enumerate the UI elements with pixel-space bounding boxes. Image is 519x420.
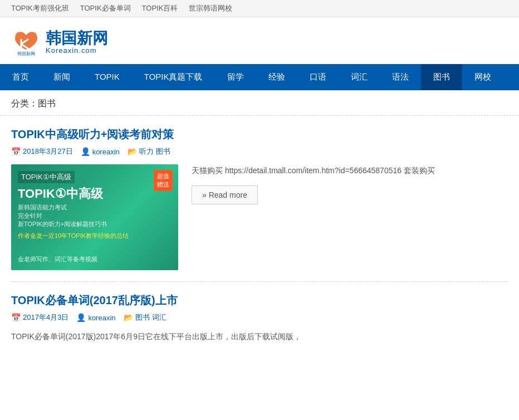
article-2-author-item: 👤 koreaxin: [76, 313, 115, 322]
calendar-icon-2: 📅: [11, 313, 21, 322]
book-big-title: TOPIK①中高级: [18, 187, 172, 201]
topbar-link-1[interactable]: TOPIK必备单词: [80, 3, 131, 13]
topbar-link-3[interactable]: 世宗韩语网校: [189, 3, 232, 13]
article-2-author[interactable]: koreaxin: [88, 314, 115, 322]
content-area: TOPIK中高级听力+阅读考前对策 📅 2018年3月27日 👤 koreaxi…: [0, 116, 519, 355]
article-1-cat-1[interactable]: 图书: [156, 146, 170, 157]
article-1-title[interactable]: TOPIK中高级听力+阅读考前对策: [11, 127, 508, 142]
category-icon-2: 📂: [124, 313, 133, 322]
top-bar: TOPIK考前强化班 TOPIK必备单词 TOPIK百科 世宗韩语网校: [0, 0, 519, 17]
nav-topik[interactable]: TOPIK: [82, 64, 132, 90]
article-2-date[interactable]: 2017年4月3日: [23, 312, 68, 323]
logo-text: 韩国新网 Koreaxin.com: [46, 31, 108, 55]
nav-speaking[interactable]: 口语: [297, 64, 339, 90]
nav-home[interactable]: 首页: [0, 64, 41, 90]
article-2-title[interactable]: TOPIK必备单词(2017乱序版)上市: [11, 293, 508, 308]
logo-area: 韩国新网 韩国新网 Koreaxin.com: [0, 17, 519, 64]
logo-icon: 韩国新网: [11, 27, 41, 57]
author-icon: 👤: [81, 147, 90, 156]
topbar-link-0[interactable]: TOPIK考前强化班: [11, 3, 69, 13]
article-2-excerpt: TOPIK必备单词(2017版)2017年6月9日它在线下平台出版上市，出版后下…: [11, 330, 508, 344]
nav-news[interactable]: 新闻: [41, 64, 82, 90]
article-2-meta: 📅 2017年4月3日 👤 koreaxin 📂 图书 词汇: [11, 312, 508, 323]
logo-sub-text: Koreaxin.com: [46, 46, 108, 55]
article-1-image: TOPIK①中高级 TOPIK①中高级 新韩国语能力考试 完全针对 新TOPIK…: [11, 164, 178, 270]
article-2-cat-1[interactable]: 词汇: [152, 312, 167, 323]
book-subtitle1: 新韩国语能力考试 完全针对 新TOPIK的听力+阅读解题技巧书: [18, 203, 172, 228]
article-divider-1: [11, 281, 508, 282]
book-bottom-text: 金老师写作、词汇等备考视频: [18, 255, 97, 263]
article-2: TOPIK必备单词(2017乱序版)上市 📅 2017年4月3日 👤 korea…: [11, 293, 508, 344]
article-1: TOPIK中高级听力+阅读考前对策 📅 2018年3月27日 👤 koreaxi…: [11, 127, 508, 270]
category-icon: 📂: [128, 147, 137, 156]
article-2-cat-item: 📂 图书 词汇: [124, 312, 167, 323]
category-label: 分类：图书: [11, 99, 56, 108]
article-2-date-item: 📅 2017年4月3日: [11, 312, 68, 323]
logo-main-text: 韩国新网: [46, 31, 108, 46]
author-icon-2: 👤: [76, 313, 86, 322]
article-1-author[interactable]: koreaxin: [92, 148, 120, 156]
article-2-cat-0[interactable]: 图书: [135, 312, 150, 323]
book-extra-badge: 超值赠送: [154, 170, 173, 191]
article-1-content: 天猫购买 https://detail.tmall.com/item.htm?i…: [192, 164, 508, 178]
article-1-body: TOPIK①中高级 TOPIK①中高级 新韩国语能力考试 完全针对 新TOPIK…: [11, 164, 508, 270]
main-nav: 首页 新闻 TOPIK TOPIK真题下载 留学 经验 口语 词汇 语法 图书 …: [0, 64, 519, 90]
nav-study-abroad[interactable]: 留学: [215, 64, 256, 90]
calendar-icon: 📅: [11, 147, 21, 156]
article-1-meta: 📅 2018年3月27日 👤 koreaxin 📂 听力 图书: [11, 146, 508, 157]
nav-vocab[interactable]: 词汇: [339, 64, 380, 90]
nav-school[interactable]: 网校: [462, 64, 503, 90]
article-1-author-item: 👤 koreaxin: [81, 147, 120, 156]
topbar-link-2[interactable]: TOPIK百科: [142, 3, 178, 13]
book-author-note: 作者金龙一近10年TOPIK教学经验的总结: [18, 232, 172, 240]
read-more-button[interactable]: » Read more: [192, 185, 258, 204]
article-1-cat-item: 📂 听力 图书: [128, 146, 170, 157]
book-badge-label: TOPIK①中高级: [18, 171, 75, 183]
article-1-date-item: 📅 2018年3月27日: [11, 146, 73, 157]
article-1-text: 天猫购买 https://detail.tmall.com/item.htm?i…: [192, 164, 508, 270]
nav-experience[interactable]: 经验: [256, 64, 297, 90]
article-1-date[interactable]: 2018年3月27日: [23, 146, 73, 157]
nav-topik-download[interactable]: TOPIK真题下载: [132, 64, 215, 90]
svg-text:韩国新网: 韩国新网: [17, 51, 35, 56]
nav-grammar[interactable]: 语法: [380, 64, 421, 90]
nav-books[interactable]: 图书: [421, 64, 462, 90]
article-1-cat-0[interactable]: 听力: [139, 146, 154, 157]
category-bar: 分类：图书: [0, 90, 519, 116]
